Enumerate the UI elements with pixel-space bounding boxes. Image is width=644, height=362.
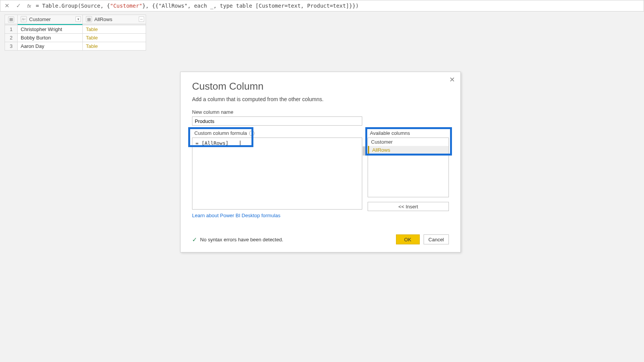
new-column-name-input[interactable] [192, 116, 362, 126]
cell-customer: Bobby Burton [18, 33, 83, 42]
cancel-formula-icon[interactable]: ✕ [3, 2, 11, 10]
info-icon[interactable]: i [249, 131, 255, 136]
formula-label: Custom column formula [194, 130, 247, 136]
accept-formula-icon[interactable]: ✓ [14, 2, 23, 10]
status-text: No syntax errors have been detected. [200, 237, 283, 242]
insert-button[interactable]: << Insert [368, 202, 449, 211]
formula-editor[interactable]: = [AllRows] [192, 138, 362, 210]
column-header-allrows[interactable]: ▦ AllRows ↔ [83, 15, 146, 24]
row-number: 3 [5, 42, 18, 50]
table-row[interactable]: 3 Aaron Day Table [5, 42, 146, 50]
new-column-name-label: New column name [192, 109, 449, 115]
cancel-button[interactable]: Cancel [424, 234, 449, 244]
dialog-title: Custom Column [192, 80, 449, 92]
ok-button[interactable]: OK [396, 234, 420, 244]
cell-customer: Aaron Day [18, 42, 83, 50]
fx-label: fx [26, 3, 33, 9]
data-preview-table: ▦ AC Customer ▾ ▦ AllRows ↔ 1 Christophe… [5, 15, 146, 51]
table-row[interactable]: 1 Christopher Wright Table [5, 25, 146, 33]
row-number: 1 [5, 25, 18, 33]
cell-allrows[interactable]: Table [83, 25, 146, 33]
expand-icon[interactable]: ↔ [139, 16, 144, 22]
available-columns-list[interactable]: Customer AllRows [368, 138, 449, 197]
chevron-down-icon[interactable]: ▾ [76, 16, 81, 22]
learn-link[interactable]: Learn about Power BI Desktop formulas [192, 213, 362, 218]
cell-allrows[interactable]: Table [83, 33, 146, 42]
column-header-label: Customer [29, 16, 51, 22]
cell-allrows[interactable]: Table [83, 42, 146, 50]
check-icon: ✓ [192, 236, 197, 243]
column-header-label: AllRows [94, 16, 112, 22]
text-type-icon: AC [21, 16, 27, 22]
formula-content: = [AllRows] [196, 140, 228, 146]
row-number: 2 [5, 33, 18, 42]
available-column-customer[interactable]: Customer [368, 138, 449, 146]
column-header-customer[interactable]: AC Customer ▾ [18, 15, 83, 24]
scrollbar[interactable] [363, 146, 366, 156]
formula-bar: ✕ ✓ fx = Table.Group(Source, {"Customer"… [0, 0, 644, 11]
corner-cell[interactable]: ▦ [5, 15, 18, 24]
formula-text[interactable]: = Table.Group(Source, {"Customer"}, {{"A… [36, 3, 359, 9]
close-icon[interactable]: ✕ [447, 75, 457, 84]
available-column-allrows[interactable]: AllRows [368, 146, 449, 154]
available-columns-label: Available columns [370, 130, 447, 136]
dialog-subtitle: Add a column that is computed from the o… [192, 96, 449, 102]
cell-customer: Christopher Wright [18, 25, 83, 33]
text-caret [240, 141, 240, 146]
custom-column-dialog: ✕ Custom Column Add a column that is com… [180, 72, 461, 252]
table-row[interactable]: 2 Bobby Burton Table [5, 33, 146, 42]
table-type-icon: ▦ [86, 16, 92, 22]
table-icon: ▦ [8, 16, 14, 23]
